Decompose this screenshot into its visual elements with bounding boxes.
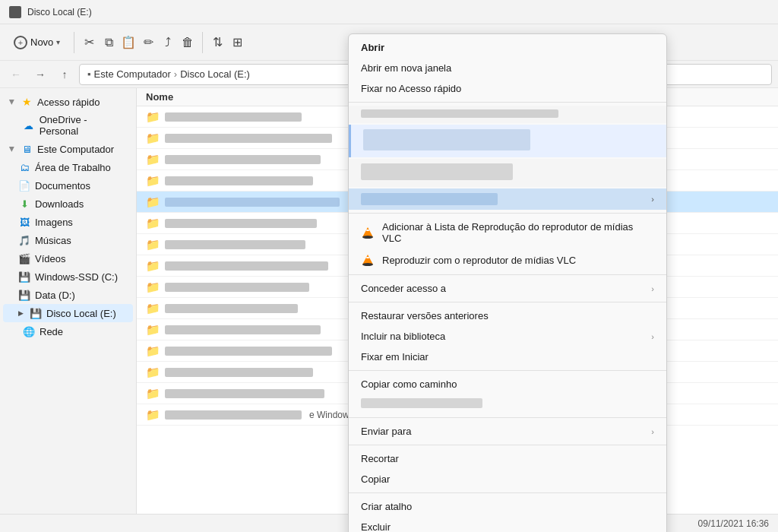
ctx-excluir-label: Excluir <box>361 521 391 532</box>
cloud-icon: ☁ <box>23 119 35 131</box>
music-icon: 🎵 <box>18 234 30 246</box>
svg-rect-1 <box>366 230 369 231</box>
copy-icon[interactable]: ⧉ <box>100 34 117 51</box>
sort-icon[interactable]: ⇅ <box>209 34 226 51</box>
new-icon: + <box>14 36 27 49</box>
ctx-criar-atalho[interactable]: Criar atalho <box>349 496 666 517</box>
view-icon[interactable]: ⊞ <box>229 34 245 51</box>
desktop-icon: 🗂 <box>18 161 30 173</box>
ctx-vlc-play[interactable]: Reproduzir com o reprodutor de mídias VL… <box>349 249 666 271</box>
sidebar-item-este-computador[interactable]: ▶ 🖥 Este Computador <box>3 140 133 158</box>
acesso-rapido-chevron: ▶ <box>8 100 16 105</box>
ctx-fixar-acesso[interactable]: Fixar no Acesso rápido <box>349 78 666 99</box>
vlc-icon-2 <box>361 253 375 267</box>
video-icon: 🎬 <box>18 252 30 264</box>
sidebar-label-data-d: Data (D:) <box>35 290 75 301</box>
new-chevron: ▾ <box>56 38 60 46</box>
ctx-fixar-iniciar-label: Fixar em Iniciar <box>361 351 429 363</box>
ctx-restaurar[interactable]: Restaurar versões anteriores <box>349 306 666 326</box>
sidebar-item-videos[interactable]: 🎬 Vídeos <box>3 249 133 268</box>
sidebar-item-onedrive[interactable]: ☁ OneDrive - Personal <box>3 111 133 140</box>
sidebar-item-rede[interactable]: 🌐 Rede <box>3 322 133 340</box>
sidebar-label-videos: Vídeos <box>35 253 65 264</box>
folder-icon: 📁 <box>146 344 160 358</box>
drive-d-icon: 💾 <box>18 289 30 301</box>
sidebar-item-imagens[interactable]: 🖼 Imagens <box>3 213 133 231</box>
status-bar-right: 09/11/2021 16:36 <box>698 518 769 529</box>
ctx-separator-6 <box>349 417 666 418</box>
sidebar-item-area-trabalho[interactable]: 🗂 Área de Trabalho <box>3 158 133 176</box>
file-name-blurred <box>165 325 321 334</box>
share-icon[interactable]: ⤴ <box>160 34 176 51</box>
folder-icon: 📁 <box>146 110 160 124</box>
cut-icon[interactable]: ✂ <box>81 34 97 51</box>
ctx-separator-7 <box>349 445 666 445</box>
svg-rect-4 <box>366 257 369 258</box>
new-label: Novo <box>30 36 53 48</box>
file-name-blurred <box>165 261 328 271</box>
sidebar-label-windows-ssd: Windows-SSD (C:) <box>35 271 118 283</box>
ctx-separator-1 <box>349 102 666 103</box>
ctx-incluir-biblioteca[interactable]: Incluir na biblioteca › <box>349 326 666 347</box>
ctx-recortar[interactable]: Recortar <box>349 448 666 469</box>
ctx-separator-8 <box>349 492 666 493</box>
ctx-copiar[interactable]: Copiar <box>349 469 666 489</box>
delete-icon[interactable]: 🗑 <box>179 34 196 51</box>
ctx-abrir-label: Abrir <box>361 42 384 53</box>
ctx-copiar-caminho[interactable]: Copiar como caminho <box>349 374 666 394</box>
docs-icon: 📄 <box>18 179 30 192</box>
file-name-blurred <box>165 410 302 420</box>
breadcrumb-este-computador[interactable]: Este Computador <box>94 68 171 80</box>
folder-icon: 📁 <box>146 408 160 422</box>
ctx-separator-4 <box>349 302 666 302</box>
sidebar-item-data-d[interactable]: 💾 Data (D:) <box>3 286 133 304</box>
star-icon: ★ <box>21 96 33 108</box>
ctx-copiar-label: Copiar <box>361 473 390 485</box>
toolbar-separator-2 <box>202 32 203 53</box>
folder-icon: 📁 <box>146 153 160 166</box>
sidebar-label-imagens: Imagens <box>35 217 73 228</box>
ctx-conceder-acesso[interactable]: Conceder acesso a › <box>349 278 666 299</box>
ctx-fixar-iniciar[interactable]: Fixar em Iniciar <box>349 347 666 367</box>
disco-e-chevron: ▶ <box>18 309 24 317</box>
forward-button[interactable]: → <box>30 65 50 84</box>
ctx-fixar-acesso-label: Fixar no Acesso rápido <box>361 83 461 94</box>
file-name-blurred <box>165 368 313 377</box>
file-name-blurred <box>165 389 324 398</box>
ctx-abrir-nova-janela[interactable]: Abrir em nova janela <box>349 58 666 78</box>
ctx-separator-3 <box>349 274 666 275</box>
sidebar-item-windows-ssd[interactable]: 💾 Windows-SSD (C:) <box>3 268 133 286</box>
sidebar-label-disco-local-e: Disco Local (E:) <box>46 308 116 319</box>
ctx-abrir[interactable]: Abrir <box>349 37 666 58</box>
sidebar-item-disco-local-e[interactable]: ▶ 💾 Disco Local (E:) <box>3 304 133 322</box>
ctx-enviar-para[interactable]: Enviar para › <box>349 421 666 442</box>
sidebar: ▶ ★ Acesso rápido ☁ OneDrive - Personal … <box>0 88 137 514</box>
drive-e-icon: 💾 <box>30 307 42 319</box>
folder-icon: 📁 <box>146 131 160 145</box>
folder-icon: 📁 <box>146 174 160 188</box>
new-button[interactable]: + Novo ▾ <box>6 31 68 54</box>
folder-icon: 📁 <box>146 302 160 315</box>
file-name-blurred <box>165 347 332 356</box>
paste-icon[interactable]: 📋 <box>120 34 137 51</box>
breadcrumb-disco-local[interactable]: Disco Local (E:) <box>180 68 250 80</box>
ctx-abrir-nova-janela-label: Abrir em nova janela <box>361 62 451 74</box>
este-computador-chevron: ▶ <box>8 147 16 152</box>
back-button[interactable]: ← <box>6 65 26 84</box>
up-button[interactable]: ↑ <box>55 65 74 84</box>
svg-point-5 <box>362 263 373 266</box>
sidebar-item-documentos[interactable]: 📄 Documentos <box>3 176 133 195</box>
sidebar-item-downloads[interactable]: ⬇ Downloads <box>3 195 133 213</box>
file-name-blurred <box>165 134 332 143</box>
file-name-blurred <box>165 304 298 313</box>
rename-icon[interactable]: ✏ <box>140 34 157 51</box>
sidebar-item-musicas[interactable]: 🎵 Músicas <box>3 231 133 249</box>
ctx-vlc-lista[interactable]: Adicionar à Lista de Reprodução do repro… <box>349 217 666 249</box>
sidebar-label-acesso-rapido: Acesso rápido <box>37 97 100 108</box>
svg-point-2 <box>362 236 373 239</box>
sidebar-item-acesso-rapido[interactable]: ▶ ★ Acesso rápido <box>3 93 133 111</box>
folder-icon: 📁 <box>146 366 160 379</box>
ctx-enviar-para-label: Enviar para <box>361 426 411 437</box>
ctx-excluir[interactable]: Excluir <box>349 517 666 532</box>
sidebar-label-rede: Rede <box>40 326 63 337</box>
